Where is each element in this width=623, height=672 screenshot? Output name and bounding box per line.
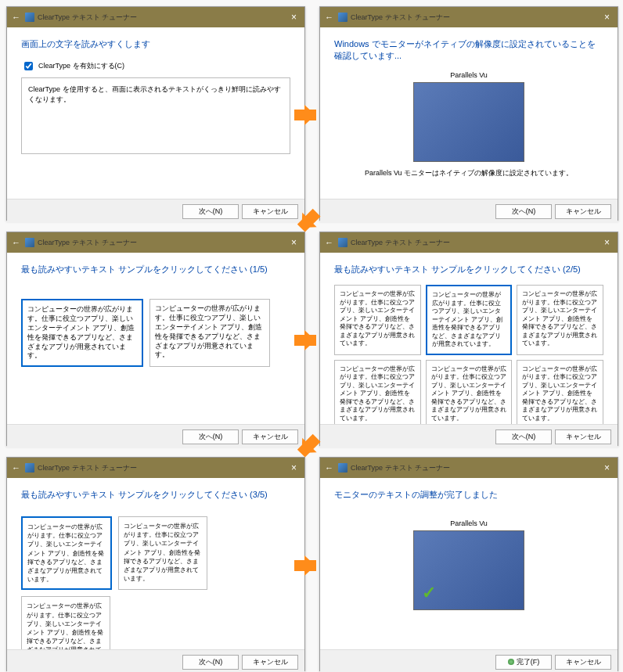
text-sample-2[interactable]: コンピューターの世界が広がります。仕事に役立つアプリ、楽しいエンターテイメント … <box>149 299 270 367</box>
arrow-icon <box>294 110 316 122</box>
app-title: ClearType テキスト チューナー <box>351 238 450 248</box>
back-icon[interactable]: ← <box>325 463 333 473</box>
arrow-icon <box>294 335 316 347</box>
text-sample[interactable]: コンピューターの世界が広がります。仕事に役立つアプリ、楽しいエンターテイメント … <box>334 360 421 429</box>
next-button[interactable]: 次へ(N) <box>495 429 552 444</box>
next-button[interactable]: 次へ(N) <box>182 429 239 444</box>
app-icon <box>338 238 348 247</box>
footer: 次へ(N) キャンセル <box>320 199 618 223</box>
app-title: ClearType テキスト チューナー <box>351 13 450 23</box>
wizard-step-5: ← ClearType テキスト チューナー × 最も読みやすいテキスト サンプ… <box>6 457 305 671</box>
close-icon[interactable]: × <box>288 12 300 23</box>
app-title: ClearType テキスト チューナー <box>38 13 137 23</box>
monitor-status: Parallels Vu モニターはネイティブの解像度に設定されています。 <box>334 168 603 178</box>
monitor-label: Parallels Vu <box>334 519 603 527</box>
app-title: ClearType テキスト チューナー <box>38 238 137 248</box>
app-icon <box>338 463 348 473</box>
checkbox-label: ClearType を有効にする(C) <box>38 61 124 71</box>
close-icon[interactable]: × <box>601 237 613 248</box>
titlebar: ← ClearType テキスト チューナー × <box>320 7 618 27</box>
titlebar: ← ClearType テキスト チューナー × <box>320 232 618 253</box>
monitor-label: Parallels Vu <box>334 71 603 79</box>
cancel-button[interactable]: キャンセル <box>555 655 611 670</box>
page-heading: 最も読みやすいテキスト サンプルをクリックしてください (1/5) <box>21 264 290 275</box>
titlebar: ← ClearType テキスト チューナー × <box>7 232 304 253</box>
page-heading: 最も読みやすいテキスト サンプルをクリックしてください (3/5) <box>21 489 290 501</box>
app-icon <box>25 463 34 473</box>
app-title: ClearType テキスト チューナー <box>351 463 450 473</box>
back-icon[interactable]: ← <box>12 13 20 22</box>
monitor-preview: ✓ <box>413 530 524 610</box>
text-sample[interactable]: コンピューターの世界が広がります。仕事に役立つアプリ、楽しいエンターテイメント … <box>334 285 421 355</box>
text-sample[interactable]: コンピューターの世界が広がります。仕事に役立つアプリ、楽しいエンターテイメント … <box>426 285 513 355</box>
finish-button[interactable]: 完了(F) <box>495 655 552 670</box>
cleartype-checkbox[interactable] <box>24 62 33 70</box>
wizard-step-1: ← ClearType テキスト チューナー × 画面上の文字を読みやすくします… <box>6 6 305 221</box>
text-sample[interactable]: コンピューターの世界が広がります。仕事に役立つアプリ、楽しいエンターテイメント … <box>426 360 513 429</box>
cancel-button[interactable]: キャンセル <box>555 204 611 219</box>
footer: 次へ(N) キャンセル <box>320 424 618 448</box>
close-icon[interactable]: × <box>601 462 613 473</box>
back-icon[interactable]: ← <box>325 238 333 247</box>
checkmark-icon: ✓ <box>422 583 436 603</box>
titlebar: ← ClearType テキスト チューナー × <box>320 458 618 478</box>
app-icon <box>25 13 34 22</box>
next-button[interactable]: 次へ(N) <box>182 655 239 670</box>
app-title: ClearType テキスト チューナー <box>38 463 137 473</box>
page-heading: Windows でモニターがネイティブの解像度に設定されていることを確認していま… <box>334 38 603 62</box>
back-icon[interactable]: ← <box>325 13 333 22</box>
footer: 次へ(N) キャンセル <box>7 424 304 448</box>
next-button[interactable]: 次へ(N) <box>495 204 552 219</box>
wizard-step-2: ← ClearType テキスト チューナー × Windows でモニターがネ… <box>319 6 618 221</box>
page-heading: 画面上の文字を読みやすくします <box>21 38 290 50</box>
wizard-step-6: ← ClearType テキスト チューナー × モニターのテキストの調整が完了… <box>319 457 618 671</box>
cancel-button[interactable]: キャンセル <box>242 429 298 444</box>
titlebar: ← ClearType テキスト チューナー × <box>7 458 304 478</box>
footer: 次へ(N) キャンセル <box>7 649 304 672</box>
footer: 次へ(N) キャンセル <box>7 199 304 223</box>
footer: 完了(F) キャンセル <box>320 649 618 672</box>
cancel-button[interactable]: キャンセル <box>242 204 298 219</box>
cancel-button[interactable]: キャンセル <box>555 429 611 444</box>
page-heading: モニターのテキストの調整が完了しました <box>334 489 603 501</box>
next-button[interactable]: 次へ(N) <box>182 204 239 219</box>
text-sample[interactable]: コンピューターの世界が広がります。仕事に役立つアプリ、楽しいエンターテイメント … <box>517 360 603 429</box>
info-box: ClearType を使用すると、画面に表示されるテキストがくっきり鮮明に読みや… <box>21 77 290 154</box>
page-heading: 最も読みやすいテキスト サンプルをクリックしてください (2/5) <box>334 264 603 275</box>
close-icon[interactable]: × <box>601 12 613 23</box>
monitor-preview <box>413 82 524 162</box>
cleartype-checkbox-row[interactable]: ClearType を有効にする(C) <box>21 59 290 73</box>
text-sample-1[interactable]: コンピューターの世界が広がります。仕事に役立つアプリ、楽しいエンターテイメント … <box>21 299 143 367</box>
wizard-step-3: ← ClearType テキスト チューナー × 最も読みやすいテキスト サンプ… <box>6 232 305 446</box>
text-sample[interactable]: コンピューターの世界が広がります。仕事に役立つアプリ、楽しいエンターテイメント … <box>21 516 112 590</box>
text-sample[interactable]: コンピューターの世界が広がります。仕事に役立つアプリ、楽しいエンターテイメント … <box>517 285 603 355</box>
back-icon[interactable]: ← <box>12 238 20 247</box>
cancel-button[interactable]: キャンセル <box>242 655 298 670</box>
back-icon[interactable]: ← <box>12 463 20 473</box>
arrow-icon <box>294 560 316 573</box>
text-sample[interactable]: コンピューターの世界が広がります。仕事に役立つアプリ、楽しいエンターテイメント … <box>118 516 207 590</box>
app-icon <box>25 238 34 247</box>
wizard-step-4: ← ClearType テキスト チューナー × 最も読みやすいテキスト サンプ… <box>319 232 618 446</box>
app-icon <box>338 13 348 22</box>
titlebar: ← ClearType テキスト チューナー × <box>7 7 304 27</box>
